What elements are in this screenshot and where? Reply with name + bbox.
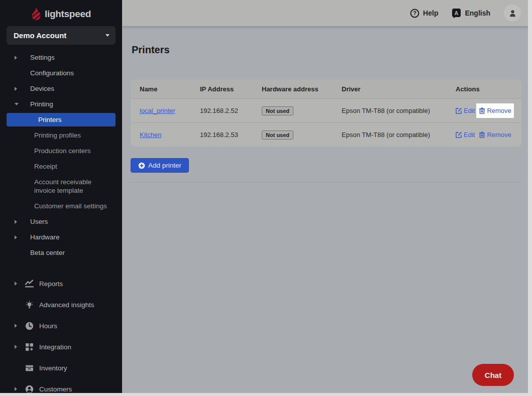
blocks-icon: [25, 343, 34, 351]
caret-icon: [15, 235, 17, 239]
help-label: Help: [423, 9, 438, 17]
table-body: local_printer 192.168.2.52 Not used Epso…: [131, 98, 521, 147]
edit-pencil-icon: [456, 131, 462, 138]
language-label: English: [465, 9, 490, 17]
sidebar-item-label: Integration: [39, 343, 71, 351]
caret-icon: [15, 220, 17, 224]
sidebar-item-label: Users: [30, 218, 48, 225]
language-icon: [452, 8, 461, 19]
person-icon: [25, 385, 34, 393]
sidebar-item-label: Beta center: [30, 249, 65, 256]
sidebar-item-label: Settings: [30, 54, 55, 61]
sidebar-item-label: Printing profiles: [34, 131, 81, 139]
plus-circle-icon: [138, 162, 145, 169]
caret-icon: [15, 324, 17, 328]
lightspeed-flame-icon: [31, 8, 41, 21]
sidebar-item-label: Account receivable invoice template: [34, 178, 114, 195]
row-actions: Edit Remove: [456, 103, 514, 118]
caret-icon: [15, 103, 19, 105]
ip-address-value: 192.168.2.52: [200, 107, 262, 114]
topbar: Help English: [122, 0, 532, 26]
sidebar-item-hours[interactable]: Hours: [0, 315, 122, 336]
edit-link[interactable]: Edit: [456, 107, 475, 114]
main-content: Printers Name IP Address Hardware addres…: [122, 26, 528, 393]
sidebar-item-label: Inventory: [39, 364, 67, 372]
sidebar-item-label: Customers: [39, 385, 72, 393]
column-header-ip: IP Address: [200, 85, 262, 93]
brand-logo-text: lightspeed: [45, 9, 91, 20]
sidebar-tools: Reports Advanced insights Hours Integrat…: [0, 273, 122, 396]
sidebar-item-production-centers[interactable]: Production centers: [0, 143, 122, 159]
window-bottom-edge: [0, 393, 532, 396]
page-title: Printers: [132, 44, 528, 56]
clock-icon: [25, 322, 34, 330]
caret-icon: [15, 345, 17, 349]
chart-icon: [25, 280, 34, 288]
remove-highlight-box: Remove: [476, 127, 513, 142]
sidebar-item-inventory[interactable]: Inventory: [0, 357, 122, 378]
user-menu-button[interactable]: [504, 5, 521, 22]
account-switcher[interactable]: Demo Account: [7, 26, 116, 45]
sidebar-item-configurations[interactable]: Configurations: [0, 65, 122, 81]
column-header-driver: Driver: [342, 85, 456, 93]
sidebar-nav: Settings Configurations Devices Printing…: [0, 50, 122, 260]
scrollbar-track[interactable]: [528, 0, 532, 396]
table-row: local_printer 192.168.2.52 Not used Epso…: [131, 98, 521, 122]
table-row: Kitchen 192.168.2.53 Not used Epson TM-T…: [131, 122, 521, 147]
edit-link[interactable]: Edit: [456, 131, 475, 139]
column-header-name: Name: [140, 85, 200, 93]
printer-name-link[interactable]: local_printer: [140, 107, 200, 114]
caret-icon: [15, 282, 17, 286]
printer-name-link[interactable]: Kitchen: [140, 131, 200, 139]
chevron-down-icon: [105, 34, 110, 37]
row-actions: Edit Remove: [456, 127, 514, 142]
sidebar-item-label: Printers: [38, 116, 62, 123]
help-icon: [410, 9, 419, 18]
sidebar-item-account-receivable-invoice-template[interactable]: Account receivable invoice template: [0, 174, 122, 198]
add-printer-button[interactable]: Add printer: [131, 158, 189, 173]
sidebar-item-label: Hardware: [30, 233, 60, 241]
sidebar-item-printing[interactable]: Printing: [0, 96, 122, 112]
sidebar-item-devices[interactable]: Devices: [0, 81, 122, 96]
brand-logo: lightspeed: [0, 0, 122, 21]
sidebar-item-label: Customer email settings: [34, 202, 107, 210]
sidebar-item-label: Hours: [39, 322, 57, 330]
drawer-icon: [25, 364, 34, 372]
trash-icon: [479, 131, 485, 138]
driver-value: Epson TM-T88 (or compatible): [342, 131, 456, 139]
sidebar-item-beta-center[interactable]: Beta center: [0, 245, 122, 260]
section-divider: [131, 182, 521, 183]
user-avatar-icon: [508, 9, 517, 18]
sidebar-item-printing-profiles[interactable]: Printing profiles: [0, 127, 122, 143]
language-button[interactable]: English: [452, 8, 490, 19]
caret-icon: [15, 56, 17, 60]
trash-icon: [479, 107, 485, 114]
sidebar-item-hardware[interactable]: Hardware: [0, 229, 122, 245]
sidebar-item-advanced-insights[interactable]: Advanced insights: [0, 294, 122, 315]
column-header-hardware: Hardware address: [262, 85, 342, 93]
sidebar: lightspeed Demo Account Settings Configu…: [0, 0, 122, 396]
remove-link[interactable]: Remove: [479, 131, 511, 139]
help-button[interactable]: Help: [410, 9, 438, 18]
caret-icon: [15, 387, 17, 391]
sidebar-item-receipt[interactable]: Receipt: [0, 159, 122, 174]
remove-highlight-box: Remove: [476, 103, 513, 118]
sidebar-item-printers[interactable]: Printers: [7, 113, 116, 126]
caret-icon: [15, 87, 17, 91]
sidebar-item-customer-email-settings[interactable]: Customer email settings: [0, 198, 122, 214]
sidebar-item-settings[interactable]: Settings: [0, 50, 122, 65]
sidebar-item-label: Printing: [30, 100, 53, 108]
chat-button[interactable]: Chat: [472, 364, 514, 386]
sidebar-item-users[interactable]: Users: [0, 214, 122, 229]
sidebar-item-integration[interactable]: Integration: [0, 336, 122, 357]
sidebar-item-reports[interactable]: Reports: [0, 273, 122, 294]
ip-address-value: 192.168.2.53: [200, 131, 262, 139]
sidebar-item-label: Receipt: [34, 163, 57, 170]
sidebar-item-label: Configurations: [30, 69, 74, 77]
sidebar-item-label: Advanced insights: [39, 301, 94, 309]
sidebar-item-label: Devices: [30, 85, 54, 92]
remove-link[interactable]: Remove: [479, 107, 511, 114]
bulb-icon: [25, 301, 34, 309]
driver-value: Epson TM-T88 (or compatible): [342, 107, 456, 114]
printers-table: Name IP Address Hardware address Driver …: [131, 80, 521, 147]
